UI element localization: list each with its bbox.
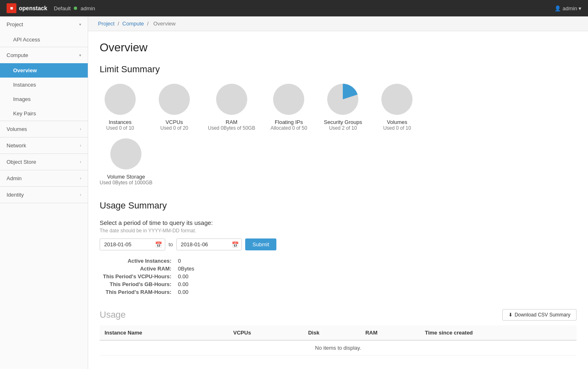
pie-label-security_groups: Security Groups	[324, 119, 362, 125]
pie-sublabel-volume_storage: Used 0Bytes of 1000GB	[100, 180, 153, 186]
sidebar-identity-label: Identity	[7, 192, 24, 198]
gb-hours-label: This Period's GB-Hours:	[100, 280, 175, 288]
pie-canvas-security_groups	[326, 83, 359, 116]
stats-row-ram: Active RAM: 0Bytes	[100, 265, 198, 273]
pie-charts-row-1: InstancesUsed 0 of 10VCPUsUsed 0 of 20RA…	[100, 83, 577, 131]
pie-chart-volume_storage: Volume StorageUsed 0Bytes of 1000GB	[100, 138, 153, 186]
main-content: Project / Compute / Overview Overview Li…	[88, 16, 588, 369]
sidebar-item-images[interactable]: Images	[0, 92, 88, 106]
usage-stats: Active Instances: 0 Active RAM: 0Bytes T…	[100, 257, 577, 296]
default-label: Default	[54, 5, 71, 11]
pie-canvas-instances	[104, 83, 137, 116]
sidebar-object-store-header[interactable]: Object Store ›	[0, 154, 88, 170]
table-head: Instance Name VCPUs Disk RAM Time since …	[100, 325, 577, 340]
pie-label-volume_storage: Volume Storage	[107, 174, 145, 180]
sidebar-volumes-header[interactable]: Volumes ›	[0, 121, 88, 137]
topbar-left: ■ openstack Default admin	[7, 3, 95, 13]
active-ram-label: Active RAM:	[100, 265, 175, 273]
user-label: admin	[563, 5, 577, 11]
admin-dropdown[interactable]: admin	[80, 5, 95, 11]
sidebar-section-project: Project ▾ API Access	[0, 16, 88, 47]
usage-summary-title: Usage Summary	[100, 200, 577, 211]
stats-row-vcpu: This Period's VCPU-Hours: 0.00	[100, 273, 198, 280]
sidebar-admin-header[interactable]: Admin ›	[0, 170, 88, 186]
content-area: Overview Limit Summary InstancesUsed 0 o…	[88, 31, 588, 365]
period-hint: The date should be in YYYY-MM-DD format.	[100, 228, 577, 234]
pie-charts-row-2: Volume StorageUsed 0Bytes of 1000GB	[100, 138, 577, 186]
sidebar-object-store-label: Object Store	[7, 159, 36, 165]
sidebar-item-instances[interactable]: Instances	[0, 78, 88, 92]
sidebar-network-header[interactable]: Network ›	[0, 138, 88, 154]
vcpu-hours-label: This Period's VCPU-Hours:	[100, 273, 175, 280]
no-items-cell: No items to display.	[100, 340, 577, 355]
date-to-wrap: 📅	[176, 238, 242, 250]
sidebar-item-key-pairs[interactable]: Key Pairs	[0, 106, 88, 121]
breadcrumb-project[interactable]: Project	[98, 21, 114, 27]
sidebar-section-object-store: Object Store ›	[0, 154, 88, 170]
status-dot	[74, 7, 77, 10]
breadcrumb-sep1: /	[118, 21, 119, 27]
sidebar-project-header[interactable]: Project ▾	[0, 16, 88, 32]
col-ram: RAM	[360, 325, 420, 340]
pie-sublabel-ram: Used 0Bytes of 50GB	[208, 125, 255, 131]
usage-summary-section: Usage Summary Select a period of time to…	[100, 200, 577, 296]
no-items-row: No items to display.	[100, 340, 577, 355]
limit-summary-title: Limit Summary	[100, 64, 577, 75]
calendar-to-icon[interactable]: 📅	[232, 241, 239, 248]
download-icon: ⬇	[508, 312, 513, 318]
sidebar: Project ▾ API Access Compute ▾ Overview …	[0, 16, 88, 369]
calendar-from-icon[interactable]: 📅	[155, 241, 162, 248]
pie-chart-security_groups: Security GroupsUsed 2 of 10	[322, 83, 363, 131]
logo-text: openstack	[19, 5, 47, 11]
usage-table-section: Usage ⬇ Download CSV Summary Instance Na…	[100, 309, 577, 355]
sidebar-compute-header[interactable]: Compute ▾	[0, 47, 88, 63]
active-instances-value: 0	[175, 257, 198, 265]
period-label: Select a period of time to query its usa…	[100, 219, 577, 226]
user-menu[interactable]: 👤 admin ▾	[554, 5, 581, 11]
chevron-down-icon: ▾	[79, 22, 81, 27]
chevron-right-icon-identity: ›	[80, 193, 81, 197]
sidebar-section-network: Network ›	[0, 138, 88, 154]
stats-row-instances: Active Instances: 0	[100, 257, 198, 265]
layout: Project ▾ API Access Compute ▾ Overview …	[0, 16, 588, 369]
sidebar-item-api-access[interactable]: API Access	[0, 32, 88, 47]
usage-table-title: Usage	[100, 309, 126, 320]
sidebar-identity-header[interactable]: Identity ›	[0, 187, 88, 203]
pie-sublabel-vcpus: Used 0 of 20	[160, 125, 188, 131]
logo-icon: ■	[7, 3, 16, 13]
sidebar-admin-label: Admin	[7, 175, 22, 181]
submit-button[interactable]: Submit	[245, 238, 276, 250]
sidebar-item-overview[interactable]: Overview	[0, 63, 88, 78]
download-label: Download CSV Summary	[515, 312, 570, 318]
limit-summary-section: Limit Summary InstancesUsed 0 of 10VCPUs…	[100, 64, 577, 186]
breadcrumb-compute[interactable]: Compute	[122, 21, 144, 27]
sidebar-project-label: Project	[7, 21, 23, 28]
images-label: Images	[13, 96, 31, 102]
date-from-wrap: 📅	[100, 238, 165, 250]
date-row: 📅 to 📅 Submit	[100, 238, 577, 250]
chevron-right-icon-object-store: ›	[80, 160, 81, 164]
breadcrumb-sep2: /	[147, 21, 149, 27]
col-instance-name: Instance Name	[100, 325, 228, 340]
pie-chart-instances: InstancesUsed 0 of 10	[100, 83, 141, 131]
download-csv-button[interactable]: ⬇ Download CSV Summary	[502, 309, 577, 321]
overview-label: Overview	[13, 67, 37, 73]
chevron-right-icon-network: ›	[80, 143, 81, 148]
pie-canvas-ram	[215, 83, 248, 116]
api-access-label: API Access	[13, 37, 40, 43]
instances-label: Instances	[13, 82, 36, 88]
chevron-down-icon-compute: ▾	[79, 53, 81, 57]
logo[interactable]: ■ openstack	[7, 3, 47, 13]
pie-canvas-volumes	[381, 83, 413, 116]
pie-chart-vcpus: VCPUsUsed 0 of 20	[154, 83, 195, 131]
topbar-nav: Default admin	[54, 5, 95, 11]
user-icon: 👤	[554, 5, 561, 11]
active-ram-value: 0Bytes	[175, 265, 198, 273]
col-time: Time since created	[420, 325, 577, 340]
sidebar-section-volumes: Volumes ›	[0, 121, 88, 138]
pie-label-vcpus: VCPUs	[166, 119, 183, 125]
stats-row-ram-hours: This Period's RAM-Hours: 0.00	[100, 288, 198, 296]
pie-sublabel-volumes: Used 0 of 10	[383, 125, 411, 131]
sidebar-section-identity: Identity ›	[0, 187, 88, 203]
pie-chart-floating_ips: Floating IPsAllocated 0 of 50	[268, 83, 309, 131]
